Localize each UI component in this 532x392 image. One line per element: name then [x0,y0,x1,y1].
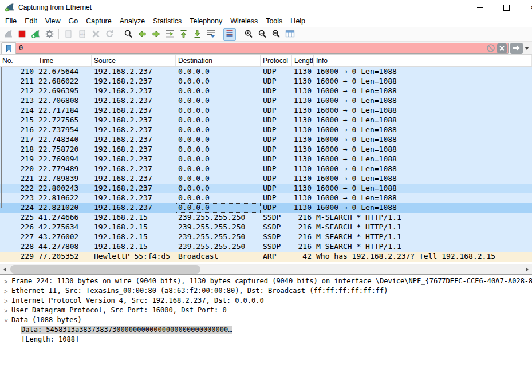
expander-closed-icon[interactable]: > [4,287,7,296]
clear-x-icon [499,45,505,52]
packet-row-229[interactable]: 22977.205352HewlettP_55:f4:d5BroadcastAR… [0,252,532,262]
go-first-packet-button[interactable] [177,28,190,41]
detail-line-0[interactable]: >Frame 224: 1130 bytes on wire (9040 bit… [0,277,532,287]
column-header-time[interactable]: Time [36,55,92,66]
expander-open-icon[interactable]: > [1,319,11,322]
cell-time: 22.789839 [36,174,92,184]
detail-line-6[interactable]: [Length: 1088] [0,335,532,345]
cell-no: 220 [0,164,36,174]
packet-row-223[interactable]: 22322.810622192.168.2.2370.0.0.0UDP11301… [0,193,532,203]
filter-dropdown-button[interactable] [523,43,531,54]
arrow-up-bar-icon [179,29,188,39]
menu-analyze[interactable]: Analyze [116,16,148,26]
packet-row-228[interactable]: 22844.277808192.168.2.15239.255.255.250S… [0,242,532,252]
cell-time: 22.769094 [36,155,92,164]
clear-filter-button[interactable] [497,43,507,53]
packet-row-215[interactable]: 21522.727565192.168.2.2370.0.0.0UDP11301… [0,116,532,125]
go-back-button[interactable] [136,28,148,41]
display-filter-input[interactable]: 0 [16,43,509,54]
capture-stop-button[interactable] [15,28,28,41]
column-header-info[interactable]: Info [314,55,532,66]
cell-no: 225 [0,213,36,223]
magnifier-icon [124,29,133,39]
menu-view[interactable]: View [42,16,64,26]
expander-closed-icon[interactable]: > [4,296,7,306]
packet-row-222[interactable]: 22222.800243192.168.2.2370.0.0.0UDP11301… [0,184,532,193]
go-to-packet-button[interactable] [163,28,176,41]
packet-row-211[interactable]: 21122.686022192.168.2.2370.0.0.0UDP11301… [0,77,532,86]
packet-row-218[interactable]: 21822.758720192.168.2.2370.0.0.0UDP11301… [0,145,532,155]
cell-source: 192.168.2.237 [92,193,176,203]
zoom-in-button[interactable] [242,28,255,41]
packet-row-212[interactable]: 21222.696395192.168.2.2370.0.0.0UDP11301… [0,86,532,96]
minimize-button[interactable] [467,0,493,15]
column-header-source[interactable]: Source [92,55,176,66]
detail-line-1[interactable]: >Ethernet II, Src: TexasIns_00:00:80 (a8… [0,287,532,296]
menu-go[interactable]: Go [65,16,82,26]
scroll-left-button[interactable] [0,264,10,274]
detail-line-4[interactable]: >Data (1088 bytes) [0,316,532,326]
magnifier-minus-icon [258,29,267,39]
menu-capture[interactable]: Capture [82,16,115,26]
packet-row-213[interactable]: 21322.706808192.168.2.2370.0.0.0UDP11301… [0,96,532,106]
zoom-out-button[interactable] [256,28,269,41]
packet-row-225[interactable]: 22541.274666192.168.2.15239.255.255.250S… [0,213,532,223]
cell-protocol: UDP [261,106,292,116]
detail-line-3[interactable]: >User Datagram Protocol, Src Port: 16000… [0,306,532,316]
expander-closed-icon[interactable]: > [4,306,7,316]
scroll-left-icon [3,267,6,272]
cell-length: 1130 [292,77,314,86]
zoom-original-button[interactable] [270,28,282,41]
expander-closed-icon[interactable]: > [4,277,7,287]
column-header-no[interactable]: No. [0,55,36,66]
cell-destination: 0.0.0.0 [176,164,261,174]
cell-time: 22.779489 [36,164,92,174]
horizontal-scrollbar[interactable] [0,264,532,274]
packet-row-217[interactable]: 21722.748340192.168.2.2370.0.0.0UDP11301… [0,135,532,145]
cell-source: 192.168.2.237 [92,184,176,193]
menu-help[interactable]: Help [287,16,309,26]
packet-row-210[interactable]: 21022.675644192.168.2.2370.0.0.0UDP11301… [0,67,532,77]
column-header-length[interactable]: Length [292,55,314,66]
filter-bookmark-button[interactable] [1,42,16,54]
menu-statistics[interactable]: Statistics [149,16,185,26]
resize-columns-button[interactable] [283,28,296,41]
cell-source: 192.168.2.237 [92,155,176,164]
capture-restart-button[interactable] [29,28,42,41]
packet-row-219[interactable]: 21922.769094192.168.2.2370.0.0.0UDP11301… [0,155,532,164]
detail-line-5[interactable]: Data: 5458313a38373837300000000000000000… [0,326,532,335]
capture-options-button[interactable] [43,28,56,41]
packet-row-216[interactable]: 21622.737954192.168.2.2370.0.0.0UDP11301… [0,125,532,135]
reload-capture-button [103,28,116,41]
scrollbar-thumb[interactable] [10,265,200,274]
apply-filter-button[interactable] [510,43,523,54]
menu-wireless[interactable]: Wireless [227,16,261,26]
detail-line-2[interactable]: >Internet Protocol Version 4, Src: 192.1… [0,296,532,306]
auto-scroll-button[interactable] [204,28,217,41]
cell-time: 22.748340 [36,135,92,145]
packet-row-221[interactable]: 22122.789839192.168.2.2370.0.0.0UDP11301… [0,174,532,184]
menu-file[interactable]: File [2,16,20,26]
cell-length: 216 [292,213,314,223]
packet-row-214[interactable]: 21422.717184192.168.2.2370.0.0.0UDP11301… [0,106,532,116]
packet-row-220[interactable]: 22022.779489192.168.2.2370.0.0.0UDP11301… [0,164,532,174]
go-last-packet-button[interactable] [191,28,203,41]
close-button[interactable]: ✕ [519,0,532,15]
scroll-right-button[interactable] [522,264,532,274]
colorize-packets-button[interactable] [223,28,236,41]
packet-row-226[interactable]: 22642.275634192.168.2.15239.255.255.250S… [0,223,532,232]
maximize-button[interactable] [493,0,519,15]
window-controls: ✕ [467,0,532,15]
column-header-destination[interactable]: Destination [176,55,261,66]
go-forward-button[interactable] [149,28,162,41]
find-packet-button[interactable] [122,28,135,41]
packet-row-227[interactable]: 22743.276002192.168.2.15239.255.255.250S… [0,232,532,242]
column-header-protocol[interactable]: Protocol [261,55,292,66]
menu-edit[interactable]: Edit [21,16,41,26]
menu-tools[interactable]: Tools [262,16,286,26]
menu-telephony[interactable]: Telephony [186,16,226,26]
packet-row-224[interactable]: 22422.821020192.168.2.2370.0.0.0UDP11301… [0,203,532,213]
cell-no: 212 [0,86,36,96]
magnifier-equal-icon [271,29,281,39]
magnifier-plus-icon [244,29,254,39]
